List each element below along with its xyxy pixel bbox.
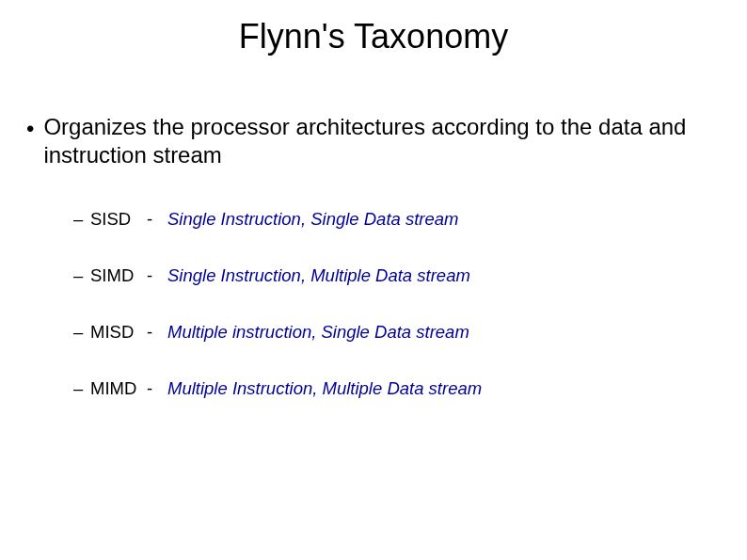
sub-bullet-marker: – (73, 209, 90, 230)
dash-separator: - (147, 322, 167, 343)
main-bullet: • Organizes the processor architectures … (26, 113, 728, 169)
description: Multiple instruction, Single Data stream (167, 322, 469, 343)
sub-bullet-marker: – (73, 322, 90, 343)
sub-bullet-marker: – (73, 265, 90, 286)
slide: Flynn's Taxonomy • Organizes the process… (0, 0, 747, 560)
abbreviation: SIMD (90, 265, 147, 286)
dash-separator: - (147, 265, 167, 286)
description: Single Instruction, Single Data stream (167, 209, 459, 230)
description: Single Instruction, Multiple Data stream (167, 265, 470, 286)
sub-list: – SISD - Single Instruction, Single Data… (73, 209, 728, 399)
list-item: – MISD - Multiple instruction, Single Da… (73, 322, 728, 343)
list-item: – SISD - Single Instruction, Single Data… (73, 209, 728, 230)
description: Multiple Instruction, Multiple Data stre… (167, 378, 482, 399)
sub-bullet-marker: – (73, 378, 90, 399)
list-item: – SIMD - Single Instruction, Multiple Da… (73, 265, 728, 286)
main-bullet-text: Organizes the processor architectures ac… (43, 113, 728, 169)
slide-title: Flynn's Taxonomy (19, 17, 728, 56)
dash-separator: - (147, 378, 167, 399)
dash-separator: - (147, 209, 167, 230)
abbreviation: MIMD (90, 378, 147, 399)
abbreviation: MISD (90, 322, 147, 343)
list-item: – MIMD - Multiple Instruction, Multiple … (73, 378, 728, 399)
abbreviation: SISD (90, 209, 147, 230)
bullet-marker: • (26, 115, 34, 143)
